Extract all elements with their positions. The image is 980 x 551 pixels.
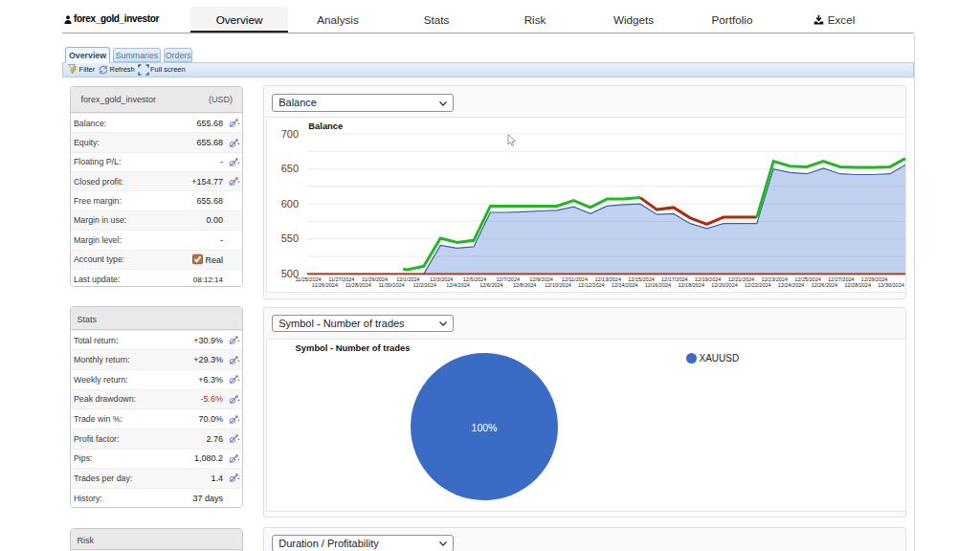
svg-text:100%: 100% (471, 422, 497, 433)
